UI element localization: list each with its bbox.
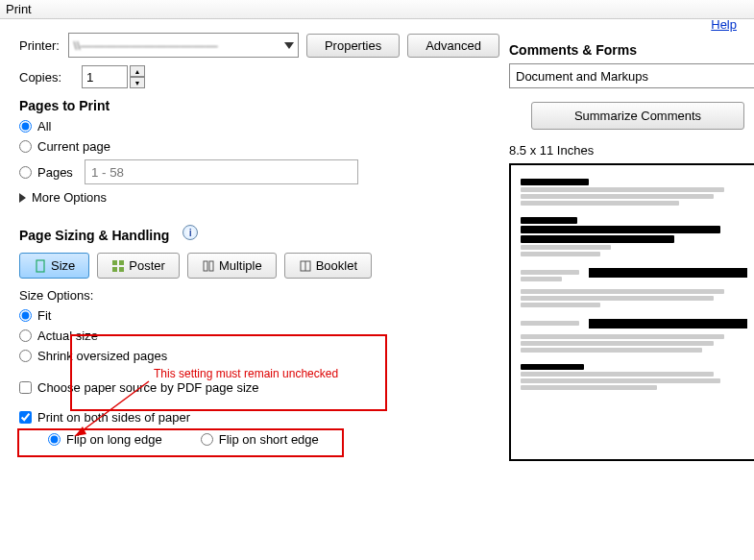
actual-size-radio[interactable] — [19, 329, 32, 342]
comments-select[interactable]: Document and Markups — [509, 63, 754, 88]
grid-icon — [111, 259, 125, 273]
more-options-label: More Options — [32, 190, 107, 205]
pages-range-input[interactable] — [85, 159, 358, 184]
duplex-label: Print on both sides of paper — [37, 410, 190, 425]
advanced-button[interactable]: Advanced — [407, 34, 499, 58]
svg-rect-5 — [204, 261, 207, 271]
pages-all-label: All — [37, 119, 51, 134]
pages-current-radio[interactable] — [19, 140, 32, 153]
copies-input[interactable] — [82, 65, 128, 88]
pages-to-print-title: Pages to Print — [19, 98, 499, 113]
paper-source-checkbox[interactable] — [19, 381, 32, 394]
svg-rect-2 — [119, 260, 124, 265]
info-icon[interactable]: i — [182, 225, 198, 240]
preview-dimensions: 8.5 x 11 Inches — [509, 143, 754, 158]
size-options-label: Size Options: — [19, 288, 499, 303]
multiple-button[interactable]: Multiple — [187, 253, 277, 279]
copies-label: Copies: — [19, 70, 82, 85]
booklet-button[interactable]: Booklet — [284, 253, 372, 279]
shrink-label: Shrink oversized pages — [37, 349, 167, 363]
printer-value: \\——————————— — [73, 38, 217, 53]
printer-select[interactable]: \\——————————— — [68, 33, 298, 58]
pages-icon — [202, 259, 215, 273]
fit-radio[interactable] — [19, 309, 32, 322]
sizing-title: Page Sizing & Handling — [19, 228, 169, 243]
pages-current-label: Current page — [37, 139, 110, 154]
comments-title: Comments & Forms — [509, 42, 754, 58]
book-icon — [299, 259, 312, 273]
copies-up-button[interactable]: ▲ — [130, 65, 145, 77]
actual-size-label: Actual size — [37, 329, 98, 343]
summarize-comments-button[interactable]: Summarize Comments — [531, 102, 744, 130]
comments-select-value: Document and Markups — [516, 69, 648, 84]
fit-label: Fit — [37, 308, 51, 323]
copies-down-button[interactable]: ▼ — [130, 77, 145, 88]
pages-range-label: Pages — [37, 165, 73, 180]
svg-rect-0 — [36, 260, 44, 272]
pages-all-radio[interactable] — [19, 120, 32, 133]
svg-rect-6 — [209, 261, 213, 271]
window-title: Print — [0, 0, 754, 19]
duplex-checkbox[interactable] — [19, 411, 32, 424]
poster-button[interactable]: Poster — [97, 253, 180, 279]
svg-rect-3 — [112, 267, 117, 272]
paper-source-label: Choose paper source by PDF page size — [37, 380, 259, 395]
chevron-down-icon — [284, 42, 294, 49]
flip-short-radio[interactable] — [201, 433, 213, 446]
flip-long-radio[interactable] — [48, 433, 61, 446]
pages-range-radio[interactable] — [19, 166, 32, 179]
printer-label: Printer: — [19, 38, 68, 53]
flip-long-label: Flip on long edge — [66, 432, 162, 447]
svg-rect-1 — [112, 260, 117, 265]
size-button[interactable]: Size — [19, 253, 89, 279]
more-options-toggle[interactable]: More Options — [19, 190, 499, 205]
preview-pane — [509, 163, 754, 461]
properties-button[interactable]: Properties — [306, 34, 400, 58]
shrink-radio[interactable] — [19, 350, 32, 362]
page-icon — [34, 259, 47, 273]
flip-short-label: Flip on short edge — [219, 432, 319, 447]
svg-rect-4 — [119, 267, 124, 272]
triangle-right-icon — [19, 193, 26, 203]
